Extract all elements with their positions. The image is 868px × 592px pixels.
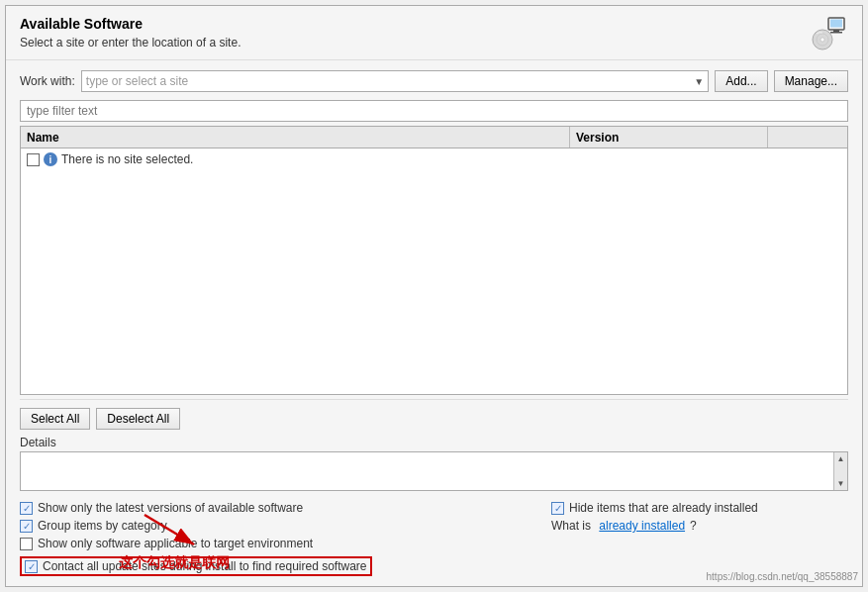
checkbox-show-latest-input[interactable] xyxy=(20,502,33,515)
filter-row xyxy=(20,100,848,122)
info-icon: i xyxy=(44,152,57,166)
work-with-row: Work with: type or select a site ▼ Add..… xyxy=(20,70,848,92)
checkbox-show-latest: Show only the latest versions of availab… xyxy=(20,501,531,515)
already-installed-link[interactable]: already installed xyxy=(599,519,685,533)
manage-button[interactable]: Manage... xyxy=(774,70,848,92)
available-software-dialog: Available Software Select a site or ente… xyxy=(5,5,863,587)
svg-point-6 xyxy=(820,38,824,42)
checkbox-contact-all-row: Contact all update sites during install … xyxy=(20,556,531,576)
dialog-title: Available Software xyxy=(20,16,241,32)
col-extra-header xyxy=(768,127,847,148)
cd-icon xyxy=(811,16,846,51)
filter-input[interactable] xyxy=(20,100,848,122)
svg-rect-3 xyxy=(830,32,842,34)
cd-icon-area xyxy=(809,16,848,51)
checkboxes-section: Show only the latest versions of availab… xyxy=(20,501,848,576)
scroll-up-icon[interactable]: ▲ xyxy=(837,452,845,465)
scroll-down-icon[interactable]: ▼ xyxy=(837,477,845,490)
checkbox-contact-all-label: Contact all update sites during install … xyxy=(43,559,367,573)
svg-rect-2 xyxy=(833,30,839,32)
work-with-label: Work with: xyxy=(20,74,75,88)
checkbox-hide-installed-label: Hide items that are already installed xyxy=(569,501,758,515)
checkbox-what-installed: What is already installed ? xyxy=(551,519,848,533)
watermark: https://blog.csdn.net/qq_38558887 xyxy=(707,571,858,582)
table-row-content: i There is no site selected. xyxy=(27,152,193,166)
checkbox-show-applicable: Show only software applicable to target … xyxy=(20,537,531,550)
checkbox-group-category-input[interactable] xyxy=(20,520,33,533)
details-label: Details xyxy=(20,436,848,449)
checkbox-contact-all-input[interactable] xyxy=(25,560,38,573)
checkboxes-col-left: Show only the latest versions of availab… xyxy=(20,501,531,576)
table-row: i There is no site selected. xyxy=(21,148,847,170)
work-with-combobox[interactable]: type or select a site ▼ xyxy=(81,70,709,92)
checkbox-hide-installed: Hide items that are already installed xyxy=(551,501,848,515)
checkbox-show-applicable-label: Show only software applicable to target … xyxy=(38,537,313,550)
dialog-header: Available Software Select a site or ente… xyxy=(6,6,862,60)
dialog-body: Work with: type or select a site ▼ Add..… xyxy=(6,60,862,586)
combo-arrow-icon: ▼ xyxy=(694,76,704,87)
checkbox-group-category: Group items by category xyxy=(20,519,531,533)
add-button[interactable]: Add... xyxy=(715,70,767,92)
no-site-message: There is no site selected. xyxy=(61,152,193,166)
table-body: i There is no site selected. xyxy=(21,148,847,394)
checkbox-show-applicable-input[interactable] xyxy=(20,538,33,550)
question-mark: ? xyxy=(690,519,697,533)
checkboxes-col-right: Hide items that are already installed Wh… xyxy=(551,501,848,576)
row-checkbox[interactable] xyxy=(27,153,40,166)
select-all-button[interactable]: Select All xyxy=(20,408,90,430)
dialog-subtitle: Select a site or enter the location of a… xyxy=(20,36,241,49)
details-section: Details ▲ ▼ xyxy=(20,436,848,491)
col-version-header: Version xyxy=(570,127,768,148)
deselect-all-button[interactable]: Deselect All xyxy=(96,408,180,430)
table-header: Name Version xyxy=(21,127,847,148)
dialog-title-area: Available Software Select a site or ente… xyxy=(20,16,241,49)
checkbox-group-category-label: Group items by category xyxy=(38,519,167,533)
bottom-buttons: Select All Deselect All xyxy=(20,399,848,436)
checkbox-contact-all-highlight: Contact all update sites during install … xyxy=(20,556,372,576)
checkbox-show-latest-label: Show only the latest versions of availab… xyxy=(38,501,303,515)
details-box: ▲ ▼ xyxy=(20,451,848,491)
work-with-combo-text: type or select a site xyxy=(86,74,188,88)
checkbox-hide-installed-input[interactable] xyxy=(551,502,564,515)
what-is-label: What is xyxy=(551,519,594,533)
svg-rect-1 xyxy=(830,20,842,28)
software-table: Name Version i There is no site selected… xyxy=(20,126,848,395)
details-scrollbar: ▲ ▼ xyxy=(833,452,847,490)
col-name-header: Name xyxy=(21,127,570,148)
